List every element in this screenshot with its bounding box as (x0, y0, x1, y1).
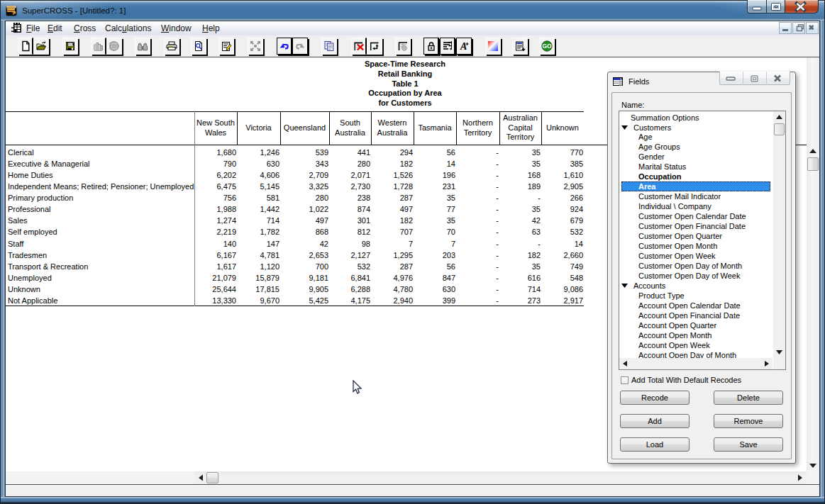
svg-text:A: A (460, 41, 467, 52)
svg-text:GO: GO (542, 43, 552, 50)
